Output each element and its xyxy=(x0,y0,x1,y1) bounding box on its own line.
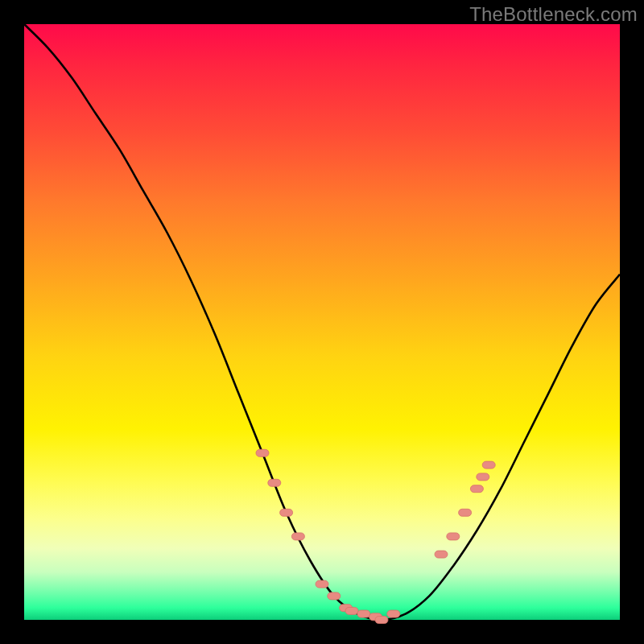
curve-marker xyxy=(268,479,281,486)
curve-marker xyxy=(345,607,358,614)
chart-frame: TheBottleneck.com xyxy=(0,0,644,644)
curve-marker xyxy=(459,509,472,516)
plot-area xyxy=(24,24,620,620)
curve-marker xyxy=(328,592,341,600)
curve-marker xyxy=(375,617,388,624)
curve-marker xyxy=(477,473,489,481)
curve-marker xyxy=(316,580,328,588)
curve-marker xyxy=(357,610,370,617)
watermark-text: TheBottleneck.com xyxy=(469,3,638,26)
marker-group xyxy=(256,449,495,623)
curve-marker xyxy=(256,449,269,456)
curve-marker xyxy=(470,485,483,493)
curve-marker xyxy=(387,610,400,617)
curve-marker xyxy=(435,551,448,558)
curve-marker xyxy=(447,533,460,540)
curve-marker xyxy=(482,461,495,469)
bottleneck-curve xyxy=(24,24,620,620)
chart-svg xyxy=(24,24,620,620)
curve-marker xyxy=(291,533,304,540)
curve-marker xyxy=(280,509,293,516)
